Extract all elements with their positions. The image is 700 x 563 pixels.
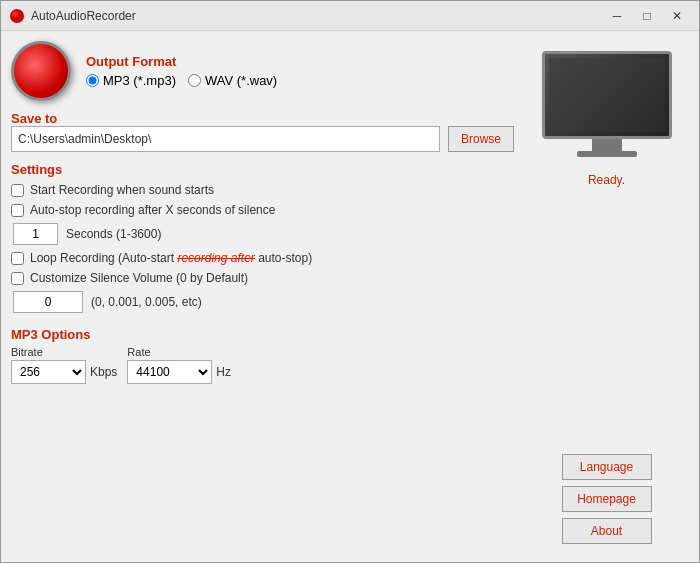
homepage-button[interactable]: Homepage xyxy=(562,486,652,512)
svg-point-1 xyxy=(12,11,18,17)
loop-recording-checkbox[interactable] xyxy=(11,252,24,265)
save-to-section: Save to Browse xyxy=(11,109,514,152)
output-format-label: Output Format xyxy=(86,54,277,69)
wav-option[interactable]: WAV (*.wav) xyxy=(188,73,277,88)
loop-recording-row: Loop Recording (Auto-start recording aft… xyxy=(11,251,514,265)
start-recording-row: Start Recording when sound starts xyxy=(11,183,514,197)
save-path-input[interactable] xyxy=(11,126,440,152)
language-button[interactable]: Language xyxy=(562,454,652,480)
app-icon xyxy=(9,8,25,24)
bitrate-group: Bitrate 32 64 96 128 160 192 224 256 xyxy=(11,346,117,384)
monitor-screen xyxy=(542,51,672,139)
format-radio-group: MP3 (*.mp3) WAV (*.wav) xyxy=(86,73,277,88)
start-recording-checkbox[interactable] xyxy=(11,184,24,197)
volume-row: (0, 0.001, 0.005, etc) xyxy=(13,291,514,313)
main-window: AutoAudioRecorder ─ □ ✕ Output Format MP… xyxy=(0,0,700,563)
status-text: Ready. xyxy=(588,173,625,187)
auto-stop-checkbox[interactable] xyxy=(11,204,24,217)
about-button[interactable]: About xyxy=(562,518,652,544)
settings-label: Settings xyxy=(11,162,514,177)
customize-silence-checkbox[interactable] xyxy=(11,272,24,285)
maximize-button[interactable]: □ xyxy=(633,5,661,27)
record-button[interactable] xyxy=(11,41,71,101)
rate-select[interactable]: 8000 11025 22050 44100 48000 xyxy=(127,360,212,384)
bitrate-unit: Kbps xyxy=(90,365,117,379)
right-buttons: Language Homepage About xyxy=(524,454,689,552)
rate-select-row: 8000 11025 22050 44100 48000 Hz xyxy=(127,360,231,384)
title-bar: AutoAudioRecorder ─ □ ✕ xyxy=(1,1,699,31)
wav-label: WAV (*.wav) xyxy=(205,73,277,88)
left-panel: Output Format MP3 (*.mp3) WAV (*.wav) xyxy=(11,41,514,552)
save-row: Browse xyxy=(11,126,514,152)
seconds-input[interactable] xyxy=(13,223,58,245)
mp3-controls-row: Bitrate 32 64 96 128 160 192 224 256 xyxy=(11,346,514,384)
monitor-base xyxy=(577,151,637,157)
rate-label: Rate xyxy=(127,346,231,358)
seconds-row: Seconds (1-3600) xyxy=(13,223,514,245)
volume-hint: (0, 0.001, 0.005, etc) xyxy=(91,295,202,309)
close-button[interactable]: ✕ xyxy=(663,5,691,27)
mp3-radio[interactable] xyxy=(86,74,99,87)
rate-unit: Hz xyxy=(216,365,231,379)
window-controls: ─ □ ✕ xyxy=(603,5,691,27)
start-recording-label: Start Recording when sound starts xyxy=(30,183,214,197)
auto-stop-row: Auto-stop recording after X seconds of s… xyxy=(11,203,514,217)
window-title: AutoAudioRecorder xyxy=(31,9,603,23)
bitrate-label: Bitrate xyxy=(11,346,117,358)
mp3-options-label: MP3 Options xyxy=(11,327,514,342)
bitrate-select[interactable]: 32 64 96 128 160 192 224 256 320 xyxy=(11,360,86,384)
mp3-options-section: MP3 Options Bitrate 32 64 96 128 160 192 xyxy=(11,325,514,384)
main-content: Output Format MP3 (*.mp3) WAV (*.wav) xyxy=(1,31,699,562)
mp3-option[interactable]: MP3 (*.mp3) xyxy=(86,73,176,88)
browse-button[interactable]: Browse xyxy=(448,126,514,152)
auto-stop-label: Auto-stop recording after X seconds of s… xyxy=(30,203,275,217)
output-format-section: Output Format MP3 (*.mp3) WAV (*.wav) xyxy=(86,54,277,88)
bitrate-select-row: 32 64 96 128 160 192 224 256 320 Kbps xyxy=(11,360,117,384)
save-to-label: Save to xyxy=(11,111,514,126)
settings-section: Settings Start Recording when sound star… xyxy=(11,160,514,313)
minimize-button[interactable]: ─ xyxy=(603,5,631,27)
customize-silence-label: Customize Silence Volume (0 by Default) xyxy=(30,271,248,285)
right-panel: Ready. Language Homepage About xyxy=(524,41,689,552)
mp3-label: MP3 (*.mp3) xyxy=(103,73,176,88)
loop-recording-label: Loop Recording (Auto-start recording aft… xyxy=(30,251,312,265)
monitor xyxy=(537,51,677,161)
monitor-stand xyxy=(592,139,622,151)
volume-input[interactable] xyxy=(13,291,83,313)
rate-group: Rate 8000 11025 22050 44100 48000 Hz xyxy=(127,346,231,384)
wav-radio[interactable] xyxy=(188,74,201,87)
seconds-label: Seconds (1-3600) xyxy=(66,227,161,241)
top-row: Output Format MP3 (*.mp3) WAV (*.wav) xyxy=(11,41,514,101)
customize-silence-row: Customize Silence Volume (0 by Default) xyxy=(11,271,514,285)
